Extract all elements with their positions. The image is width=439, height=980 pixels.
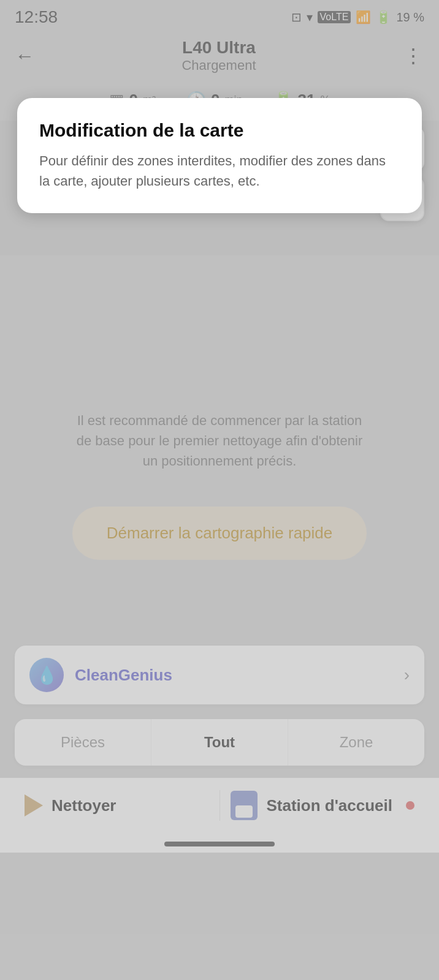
dock-action[interactable]: Station d'accueil	[220, 791, 415, 820]
page-root: 12:58 ⊡ ▾ VoLTE 📶 🔋 19 % ← L40 Ultra Cha…	[0, 0, 439, 980]
clean-genius-chevron: ›	[404, 665, 410, 685]
device-name: L40 Ultra	[181, 38, 256, 58]
clean-label: Nettoyer	[52, 796, 116, 815]
play-icon	[25, 794, 43, 816]
home-bar	[164, 842, 275, 846]
modal-title: Modification de la carte	[39, 120, 400, 141]
clean-genius-icon: 💧	[29, 658, 64, 692]
device-status: Chargement	[181, 58, 256, 74]
modal-card: Modification de la carte Pour définir de…	[17, 98, 422, 213]
status-time: 12:58	[15, 7, 58, 27]
recommendation-text: Il est recommandé de commencer par la st…	[37, 410, 402, 471]
nav-title-group: L40 Ultra Chargement	[181, 38, 256, 74]
sim-icon: ⊡	[291, 10, 302, 24]
clean-genius-label: CleanGenius	[75, 666, 172, 685]
clean-genius-card[interactable]: 💧 CleanGenius ›	[15, 646, 424, 704]
modal-description: Pour définir des zones interdites, modif…	[39, 151, 400, 191]
dock-status-dot	[406, 801, 414, 810]
menu-button[interactable]: ⋮	[403, 44, 424, 67]
battery-icon: 🔋	[376, 10, 391, 24]
start-mapping-button[interactable]: Démarrer la cartographie rapide	[72, 507, 367, 560]
tab-pieces[interactable]: Pièces	[15, 719, 151, 766]
clean-action[interactable]: Nettoyer	[25, 794, 220, 816]
wifi-icon: ▾	[307, 10, 313, 24]
dock-label: Station d'accueil	[266, 796, 392, 815]
tab-tout[interactable]: Tout	[151, 719, 288, 766]
signal-icon: 📶	[356, 10, 371, 24]
status-icons: ⊡ ▾ VoLTE 📶 🔋 19 %	[291, 10, 424, 24]
home-indicator	[0, 833, 439, 853]
tab-zone[interactable]: Zone	[288, 719, 424, 766]
back-button[interactable]: ←	[15, 45, 34, 67]
status-bar: 12:58 ⊡ ▾ VoLTE 📶 🔋 19 %	[0, 0, 439, 32]
tabs-row: Pièces Tout Zone	[15, 719, 424, 766]
dock-inner	[235, 805, 253, 818]
top-nav: ← L40 Ultra Chargement ⋮	[0, 32, 439, 80]
dock-icon	[231, 791, 258, 820]
battery-percent: 19 %	[396, 10, 424, 24]
bottom-bar: Nettoyer Station d'accueil	[0, 778, 439, 833]
lte-icon: VoLTE	[318, 11, 351, 23]
